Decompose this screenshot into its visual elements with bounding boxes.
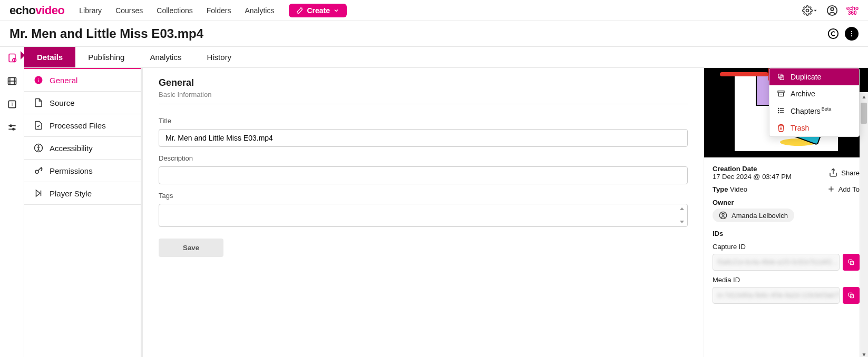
tab-details[interactable]: Details [24, 47, 75, 67]
nav-collections[interactable]: Collections [157, 6, 192, 15]
key-icon [34, 166, 43, 175]
svg-marker-26 [36, 190, 41, 196]
description-input[interactable] [159, 166, 688, 184]
tags-input[interactable] [159, 204, 688, 227]
svg-point-42 [722, 213, 724, 215]
form-subheading: Basic Information [159, 91, 688, 98]
nav-library[interactable]: Library [79, 6, 102, 15]
tab-analytics[interactable]: Analytics [137, 47, 194, 67]
copy-icon [847, 259, 855, 266]
left-rail: i T [0, 47, 24, 357]
file-check-icon [34, 121, 43, 130]
svg-point-0 [806, 9, 808, 12]
subnav-accessibility-label: Accessibility [50, 144, 93, 153]
vertical-scrollbar[interactable]: ▲ ▼ [860, 92, 868, 357]
video-thumbnail[interactable]: Duplicate Archive ChaptersBeta Tras [704, 68, 868, 157]
media-id-label: Media ID [713, 276, 860, 284]
svg-point-32 [778, 108, 779, 109]
capture-id-label: Capture ID [713, 243, 860, 251]
tab-publishing[interactable]: Publishing [75, 47, 137, 67]
add-to-label: Add To [838, 185, 860, 193]
svg-point-24 [38, 146, 39, 147]
sliders-icon [7, 122, 17, 133]
chapters-icon [777, 106, 785, 115]
subnav-player[interactable]: Player Style [24, 182, 141, 205]
svg-point-36 [778, 113, 779, 113]
more-actions-button[interactable] [845, 27, 859, 41]
scroll-thumb[interactable] [861, 103, 867, 124]
menu-duplicate[interactable]: Duplicate [769, 68, 859, 85]
menu-trash-label: Trash [791, 124, 809, 132]
description-label: Description [159, 154, 688, 162]
scroll-up-arrow[interactable]: ▲ [860, 92, 868, 101]
rail-media-details[interactable]: i [6, 52, 18, 64]
title-label: Title [159, 117, 688, 125]
nav-folders[interactable]: Folders [207, 6, 231, 15]
subnav-source[interactable]: Source [24, 92, 141, 114]
copyright-icon [827, 28, 839, 39]
menu-archive[interactable]: Archive [769, 85, 859, 102]
details-subnav: i General Source Processed Files Accessi… [24, 68, 141, 357]
svg-point-34 [778, 111, 779, 111]
rail-transcript[interactable]: T [6, 98, 18, 110]
owner-name: Amanda Leibovich [732, 212, 788, 220]
capture-id-field[interactable]: f3a8c21e-bc4a-49de-a1f3-0c92e7b1d4f2… [713, 254, 840, 271]
svg-point-4 [828, 29, 838, 38]
general-form: General Basic Information Title Descript… [141, 68, 704, 357]
creation-date-value: 17 Dec 2024 @ 03:47 PM [713, 173, 792, 181]
copy-icon [847, 292, 855, 299]
metadata-panel: Duplicate Archive ChaptersBeta Tras [704, 68, 868, 357]
nav-courses[interactable]: Courses [115, 6, 143, 15]
svg-point-5 [851, 31, 852, 32]
logo[interactable]: echovideo [9, 4, 64, 17]
form-heading: General [159, 77, 688, 88]
subnav-permissions-label: Permissions [50, 166, 93, 175]
svg-point-7 [851, 35, 852, 36]
rail-video[interactable] [6, 75, 18, 87]
subnav-general[interactable]: i General [24, 68, 141, 92]
add-to-button[interactable]: Add To [827, 185, 860, 193]
share-label: Share [841, 169, 860, 177]
create-label: Create [307, 6, 330, 15]
owner-chip[interactable]: Amanda Leibovich [713, 209, 794, 222]
gear-icon [802, 5, 813, 16]
copy-media-id-button[interactable] [843, 287, 860, 304]
more-actions-menu: Duplicate Archive ChaptersBeta Tras [769, 68, 860, 137]
rail-active-notch [21, 51, 25, 60]
file-icon [34, 98, 43, 107]
wand-icon [296, 7, 304, 14]
subnav-permissions[interactable]: Permissions [24, 160, 141, 182]
scroll-down-arrow[interactable]: ▼ [860, 350, 868, 357]
subnav-player-label: Player Style [50, 189, 92, 198]
brand-mini-logo[interactable]: echo 360 [846, 6, 859, 15]
account-button[interactable] [826, 5, 838, 16]
subnav-accessibility[interactable]: Accessibility [24, 137, 141, 160]
rail-settings[interactable] [6, 122, 18, 133]
menu-chapters[interactable]: ChaptersBeta [769, 102, 859, 120]
menu-trash[interactable]: Trash [769, 120, 859, 136]
settings-dropdown[interactable] [802, 5, 818, 16]
user-icon [719, 211, 727, 220]
nav-analytics[interactable]: Analytics [245, 6, 274, 15]
tab-history[interactable]: History [194, 47, 244, 67]
create-button[interactable]: Create [289, 4, 347, 17]
title-input[interactable] [159, 129, 688, 147]
top-nav: Library Courses Collections Folders Anal… [79, 6, 274, 15]
player-icon [34, 189, 43, 198]
user-circle-icon [826, 5, 838, 16]
archive-icon [777, 90, 785, 98]
share-icon [828, 168, 838, 177]
svg-point-6 [851, 33, 852, 34]
share-button[interactable]: Share [828, 168, 860, 177]
clipboard-info-icon: i [7, 53, 17, 63]
owner-label: Owner [713, 199, 860, 206]
copy-capture-id-button[interactable] [843, 254, 860, 271]
menu-duplicate-label: Duplicate [791, 73, 821, 81]
copy-icon [777, 73, 785, 81]
media-id-field[interactable]: m-7d12e90a-5b6c-4f3e-8a2d-119cfe03ab77… [713, 287, 840, 304]
copyright-button[interactable] [827, 27, 840, 40]
save-button[interactable]: Save [159, 239, 223, 257]
tags-label: Tags [159, 192, 688, 200]
subnav-processed[interactable]: Processed Files [24, 114, 141, 137]
subnav-general-label: General [50, 76, 77, 85]
